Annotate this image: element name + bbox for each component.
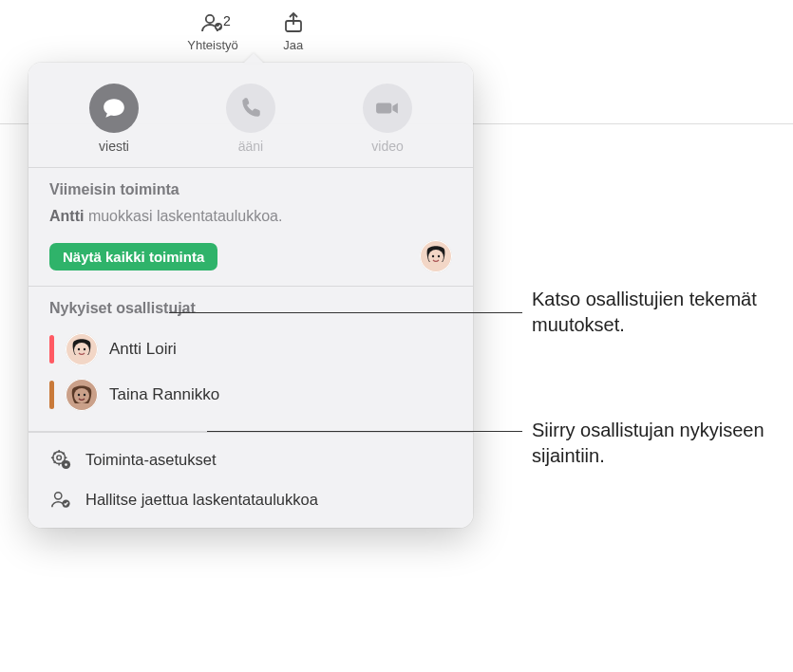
svg-point-11 — [78, 348, 80, 350]
participant-color-bar — [49, 381, 54, 409]
collaborate-count: 2 — [223, 13, 231, 28]
svg-point-0 — [206, 15, 214, 23]
manage-shared-label: Hallitse jaettua laskentataulukkoa — [85, 491, 318, 509]
activity-avatar[interactable] — [420, 240, 452, 272]
participant-row[interactable]: Taina Rannikko — [49, 372, 452, 418]
message-icon — [89, 84, 139, 133]
callout-changes: Katso osallistujien tekemät muutokset. — [532, 287, 788, 338]
callout-line — [169, 312, 522, 313]
communication-row: viesti ääni video — [28, 63, 473, 168]
svg-point-10 — [74, 343, 89, 358]
message-button[interactable]: viesti — [89, 84, 139, 154]
activity-title: Viimeisin toiminta — [49, 181, 452, 198]
activity-description: muokkasi laskentataulukkoa. — [88, 208, 283, 224]
manage-shared-button[interactable]: Hallitse jaettua laskentataulukkoa — [28, 482, 473, 522]
svg-point-15 — [74, 388, 89, 403]
participants-section: Nykyiset osallistujat Antti Loiri Taina … — [28, 287, 473, 432]
activity-entry: Antti muokkasi laskentataulukkoa. — [49, 208, 452, 225]
share-icon — [280, 11, 307, 34]
toolbar: 2 Yhteistyö Jaa — [0, 11, 494, 52]
participant-avatar — [66, 379, 98, 411]
share-button[interactable]: Jaa — [280, 11, 307, 52]
show-all-activity-button[interactable]: Näytä kaikki toiminta — [49, 243, 217, 271]
svg-point-21 — [65, 463, 67, 466]
svg-point-7 — [438, 255, 440, 257]
gear-badge-icon — [49, 448, 72, 471]
settings-section: Toiminta-asetukset Hallitse jaettua lask… — [28, 432, 473, 522]
activity-actor: Antti — [49, 208, 84, 224]
svg-point-5 — [428, 250, 444, 265]
people-icon — [199, 11, 226, 34]
svg-point-16 — [78, 394, 80, 396]
audio-label: ääni — [238, 139, 263, 154]
callout-line — [207, 431, 522, 432]
participants-title: Nykyiset osallistujat — [49, 300, 452, 317]
participant-color-bar — [49, 335, 54, 364]
activity-settings-label: Toiminta-asetukset — [85, 451, 217, 469]
activity-section: Viimeisin toiminta Antti muokkasi lasken… — [28, 168, 473, 287]
svg-point-12 — [84, 348, 85, 350]
svg-point-19 — [57, 456, 62, 460]
message-label: viesti — [99, 139, 129, 154]
people-check-icon — [49, 488, 72, 511]
collaborate-button[interactable]: 2 Yhteistyö — [187, 11, 237, 52]
video-icon — [363, 84, 412, 133]
participant-avatar — [66, 333, 98, 365]
participant-name: Antti Loiri — [109, 340, 177, 359]
participant-row[interactable]: Antti Loiri — [49, 327, 452, 372]
svg-point-6 — [432, 255, 434, 257]
collaborate-label: Yhteistyö — [187, 38, 237, 52]
callout-jump: Siirry osallistujan nykyiseen sijaintiin… — [532, 418, 788, 469]
collaboration-popover: viesti ääni video Viimeisin toiminta Ant… — [28, 63, 473, 528]
participant-name: Taina Rannikko — [109, 385, 219, 404]
activity-settings-button[interactable]: Toiminta-asetukset — [28, 437, 473, 482]
share-label: Jaa — [283, 38, 303, 52]
svg-point-22 — [55, 493, 62, 499]
video-label: video — [371, 139, 403, 154]
video-button[interactable]: video — [363, 84, 412, 154]
phone-icon — [226, 84, 275, 133]
svg-point-17 — [84, 394, 85, 396]
audio-button[interactable]: ääni — [226, 84, 275, 154]
